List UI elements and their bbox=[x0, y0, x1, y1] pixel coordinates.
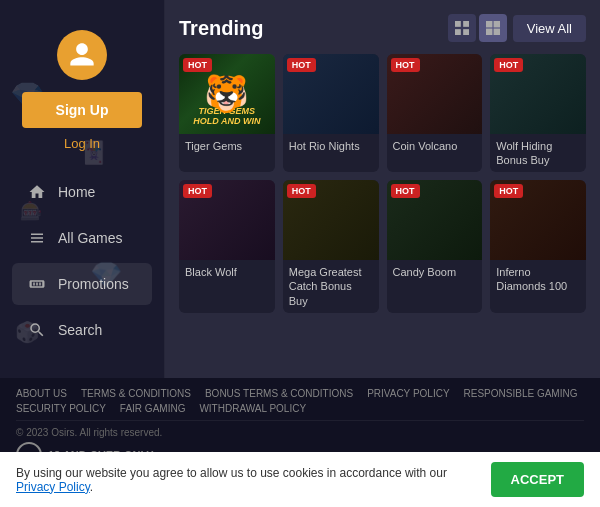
svg-rect-0 bbox=[455, 21, 461, 27]
footer-link-responsible[interactable]: RESPONSIBLE GAMING bbox=[464, 388, 578, 399]
accept-button[interactable]: ACCEPT bbox=[491, 462, 584, 497]
games-row-1: HOT TIGER GEMSHOLD AND WIN Tiger Gems HO… bbox=[179, 54, 586, 172]
game-title-8: Inferno Diamonds 100 bbox=[490, 260, 586, 299]
game-card-coin-volcano[interactable]: HOT Coin Volcano bbox=[387, 54, 483, 172]
game-thumbnail-candy-boom: HOT bbox=[387, 180, 483, 260]
sidebar-item-label-search: Search bbox=[58, 322, 102, 338]
promotions-icon bbox=[26, 273, 48, 295]
sidebar-item-label-all-games: All Games bbox=[58, 230, 123, 246]
game-title-7: Candy Boom bbox=[387, 260, 483, 284]
game-thumbnail-wolf-hiding: HOT bbox=[490, 54, 586, 134]
sidebar-item-home[interactable]: Home bbox=[12, 171, 152, 213]
hot-badge-6: HOT bbox=[287, 184, 316, 198]
svg-rect-7 bbox=[493, 29, 499, 35]
game-title-2: Hot Rio Nights bbox=[283, 134, 379, 158]
footer-link-fair[interactable]: FAIR GAMING bbox=[120, 403, 186, 414]
hot-badge-4: HOT bbox=[494, 58, 523, 72]
hot-badge-7: HOT bbox=[391, 184, 420, 198]
footer-link-withdrawal[interactable]: WITHDRAWAL POLICY bbox=[199, 403, 306, 414]
hot-badge-3: HOT bbox=[391, 58, 420, 72]
footer-divider bbox=[16, 420, 584, 421]
game-title-1: Tiger Gems bbox=[179, 134, 275, 158]
sidebar-content: Sign Up Log In Home All Games bbox=[0, 30, 164, 355]
trending-header: Trending bbox=[179, 14, 586, 42]
trending-title: Trending bbox=[179, 17, 263, 40]
search-icon bbox=[26, 319, 48, 341]
game-card-wolf-hiding[interactable]: HOT Wolf Hiding Bonus Buy bbox=[490, 54, 586, 172]
game-card-inferno-diamonds[interactable]: HOT Inferno Diamonds 100 bbox=[490, 180, 586, 313]
hot-badge-5: HOT bbox=[183, 184, 212, 198]
hot-badge-8: HOT bbox=[494, 184, 523, 198]
game-thumbnail-coin-volcano: HOT bbox=[387, 54, 483, 134]
footer-link-security[interactable]: SECURITY POLICY bbox=[16, 403, 106, 414]
svg-rect-4 bbox=[486, 21, 492, 27]
svg-rect-2 bbox=[455, 29, 461, 35]
svg-rect-3 bbox=[463, 29, 469, 35]
cookie-banner: By using our website you agree to allow … bbox=[0, 452, 600, 507]
sidebar-item-label-home: Home bbox=[58, 184, 95, 200]
view-all-button[interactable]: View All bbox=[513, 15, 586, 42]
svg-rect-5 bbox=[493, 21, 499, 27]
privacy-policy-link[interactable]: Privacy Policy bbox=[16, 480, 90, 494]
svg-rect-6 bbox=[486, 29, 492, 35]
game-title-4: Wolf Hiding Bonus Buy bbox=[490, 134, 586, 173]
footer-copyright: © 2023 Osirs. All rights reserved. bbox=[16, 427, 584, 438]
game-thumbnail-inferno-diamonds: HOT bbox=[490, 180, 586, 260]
signup-button[interactable]: Sign Up bbox=[22, 92, 142, 128]
grid-toggle bbox=[448, 14, 507, 42]
game-card-black-wolf[interactable]: HOT Black Wolf bbox=[179, 180, 275, 313]
game-thumbnail-tiger-gems: HOT TIGER GEMSHOLD AND WIN bbox=[179, 54, 275, 134]
game-title-6: Mega Greatest Catch Bonus Buy bbox=[283, 260, 379, 313]
game-card-mega-catch[interactable]: HOT Mega Greatest Catch Bonus Buy bbox=[283, 180, 379, 313]
game-thumbnail-mega-catch: HOT bbox=[283, 180, 379, 260]
footer-link-terms[interactable]: TERMS & CONDITIONS bbox=[81, 388, 191, 399]
game-thumbnail-black-wolf: HOT bbox=[179, 180, 275, 260]
avatar bbox=[57, 30, 107, 80]
all-games-icon bbox=[26, 227, 48, 249]
hot-badge-2: HOT bbox=[287, 58, 316, 72]
sidebar-item-promotions[interactable]: Promotions bbox=[12, 263, 152, 305]
hot-badge: HOT bbox=[183, 58, 212, 72]
games-row-2: HOT Black Wolf HOT Mega Greatest Catch B… bbox=[179, 180, 586, 313]
game-thumbnail-hot-rio: HOT bbox=[283, 54, 379, 134]
login-link[interactable]: Log In bbox=[64, 136, 100, 151]
svg-rect-1 bbox=[463, 21, 469, 27]
home-icon bbox=[26, 181, 48, 203]
user-icon bbox=[68, 41, 96, 69]
view-controls: View All bbox=[448, 14, 586, 42]
sidebar-item-all-games[interactable]: All Games bbox=[12, 217, 152, 259]
sidebar-item-search[interactable]: Search bbox=[12, 309, 152, 351]
cookie-suffix: . bbox=[90, 480, 93, 494]
cookie-message: By using our website you agree to allow … bbox=[16, 466, 447, 480]
game-card-candy-boom[interactable]: HOT Candy Boom bbox=[387, 180, 483, 313]
grid-view-large-button[interactable] bbox=[479, 14, 507, 42]
game-title-3: Coin Volcano bbox=[387, 134, 483, 158]
footer-links: ABOUT US TERMS & CONDITIONS BONUS TERMS … bbox=[16, 388, 584, 414]
game-card-tiger-gems[interactable]: HOT TIGER GEMSHOLD AND WIN Tiger Gems bbox=[179, 54, 275, 172]
footer-link-privacy[interactable]: PRIVACY POLICY bbox=[367, 388, 449, 399]
game-title-5: Black Wolf bbox=[179, 260, 275, 284]
game-card-hot-rio-nights[interactable]: HOT Hot Rio Nights bbox=[283, 54, 379, 172]
footer-link-about[interactable]: ABOUT US bbox=[16, 388, 67, 399]
sidebar-item-label-promotions: Promotions bbox=[58, 276, 129, 292]
footer-link-bonus-terms[interactable]: BONUS TERMS & CONDITIONS bbox=[205, 388, 353, 399]
grid-view-small-button[interactable] bbox=[448, 14, 476, 42]
cookie-text: By using our website you agree to allow … bbox=[16, 466, 491, 494]
